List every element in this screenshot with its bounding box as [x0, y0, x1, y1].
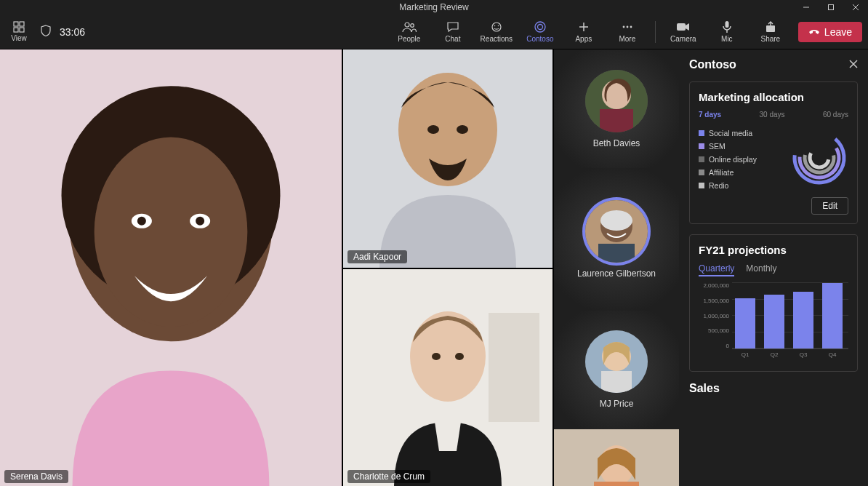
range-tab-7days[interactable]: 7 days — [699, 111, 721, 119]
sales-section-title: Sales — [689, 382, 858, 395]
svg-rect-1 — [829, 5, 834, 10]
svg-point-29 — [137, 217, 146, 226]
hangup-icon — [808, 26, 820, 38]
svg-rect-20 — [677, 23, 686, 31]
allocation-arc-chart — [790, 129, 848, 187]
avatar-tile[interactable]: Laurence Gilbertson — [554, 168, 679, 311]
window-title: Marketing Review — [399, 2, 468, 12]
close-icon[interactable] — [843, 0, 868, 15]
avatar — [585, 70, 648, 132]
bar-q4 — [822, 283, 843, 348]
svg-point-9 — [411, 24, 414, 28]
camera-button[interactable]: Camera — [663, 15, 704, 49]
allocation-card: Marketing allocation 7 days 30 days 60 d… — [689, 81, 858, 224]
apps-button[interactable]: Apps — [563, 15, 604, 49]
toolbar-divider — [655, 21, 656, 43]
svg-rect-5 — [20, 22, 24, 26]
avatar-tile[interactable]: MJ Price — [554, 311, 679, 429]
more-button[interactable]: More — [607, 15, 648, 49]
contoso-icon — [534, 20, 547, 33]
chat-icon — [446, 20, 459, 33]
avatar-name: Beth Davies — [593, 138, 640, 148]
name-tag: Charlotte de Crum — [347, 470, 430, 483]
svg-point-31 — [196, 217, 204, 226]
video-tile[interactable]: Charlotte de Crum — [343, 269, 552, 486]
mic-icon — [722, 20, 732, 33]
svg-rect-50 — [489, 313, 539, 422]
legend-swatch — [699, 170, 704, 175]
svg-point-52 — [432, 353, 441, 360]
svg-point-14 — [537, 25, 542, 30]
leave-button[interactable]: Leave — [798, 22, 862, 42]
svg-point-8 — [405, 23, 409, 27]
mic-button[interactable]: Mic — [707, 15, 747, 49]
svg-rect-38 — [600, 109, 633, 132]
edit-button[interactable]: Edit — [811, 197, 848, 215]
avatar-column: Beth Davies Laurence Gilbertson MJ Price — [554, 49, 679, 486]
view-button[interactable]: View — [6, 21, 32, 42]
card-title: FY21 projections — [699, 244, 848, 256]
name-tag: Aadi Kapoor — [347, 250, 407, 263]
avatar-tile[interactable]: Beth Davies — [554, 49, 679, 168]
people-button[interactable]: People — [389, 15, 430, 49]
svg-rect-48 — [594, 482, 639, 486]
reactions-button[interactable]: Reactions — [476, 15, 517, 49]
svg-rect-6 — [14, 28, 18, 32]
svg-point-35 — [457, 125, 468, 134]
share-icon — [765, 20, 776, 33]
tab-quarterly[interactable]: Quarterly — [699, 263, 734, 276]
svg-point-13 — [535, 22, 545, 32]
plus-icon — [578, 20, 590, 33]
people-icon — [402, 20, 417, 33]
contoso-panel: Contoso Marketing allocation 7 days 30 d… — [679, 49, 868, 486]
avatar — [585, 200, 648, 263]
shield-icon[interactable] — [41, 25, 51, 39]
meeting-timer: 33:06 — [60, 26, 85, 38]
allocation-legend: Social media SEM Online display Affiliat… — [699, 129, 783, 190]
svg-point-19 — [630, 26, 632, 28]
svg-point-58 — [803, 141, 836, 175]
grid-icon — [13, 21, 25, 34]
video-tile-small[interactable] — [554, 429, 679, 486]
tab-monthly[interactable]: Monthly — [746, 263, 776, 276]
svg-point-10 — [492, 23, 501, 31]
title-bar: Marketing Review — [0, 0, 868, 15]
svg-point-11 — [494, 25, 496, 27]
svg-point-34 — [427, 125, 439, 134]
svg-point-12 — [498, 25, 499, 27]
range-tab-60days[interactable]: 60 days — [823, 111, 848, 119]
avatar — [585, 330, 648, 393]
name-tag: Serena Davis — [4, 470, 68, 483]
svg-point-18 — [626, 26, 628, 28]
minimize-icon[interactable] — [794, 0, 819, 15]
bar-q3 — [793, 292, 813, 348]
contoso-app-button[interactable]: Contoso — [520, 15, 560, 49]
range-tab-30days[interactable]: 30 days — [760, 111, 785, 119]
legend-swatch — [699, 130, 704, 136]
svg-point-53 — [455, 353, 464, 360]
view-label: View — [11, 34, 27, 42]
svg-point-41 — [600, 210, 632, 231]
meeting-toolbar: View 33:06 People Chat — [0, 15, 868, 49]
legend-swatch — [699, 156, 704, 162]
svg-point-17 — [622, 26, 624, 28]
legend-swatch — [699, 183, 704, 188]
close-panel-icon[interactable] — [849, 58, 858, 71]
video-tile-main[interactable]: Serena Davis — [0, 49, 342, 486]
bar-q2 — [764, 295, 784, 348]
x-axis: Q1 Q2 Q3 Q4 — [732, 351, 848, 358]
maximize-icon[interactable] — [819, 0, 843, 15]
video-tile[interactable]: Aadi Kapoor — [343, 49, 552, 268]
card-title: Marketing allocation — [699, 91, 848, 103]
projections-bar-chart: 2,000,000 1,500,000 1,000,000 500,000 0 … — [699, 282, 848, 362]
svg-rect-4 — [14, 22, 18, 26]
svg-rect-45 — [601, 371, 632, 393]
share-button[interactable]: Share — [750, 15, 791, 49]
svg-rect-7 — [20, 28, 24, 32]
panel-title: Contoso — [689, 58, 736, 71]
chat-button[interactable]: Chat — [433, 15, 473, 49]
avatar-name: MJ Price — [600, 399, 634, 409]
avatar-name: Laurence Gilbertson — [577, 268, 656, 279]
svg-rect-21 — [725, 21, 728, 28]
svg-rect-23 — [766, 25, 775, 32]
